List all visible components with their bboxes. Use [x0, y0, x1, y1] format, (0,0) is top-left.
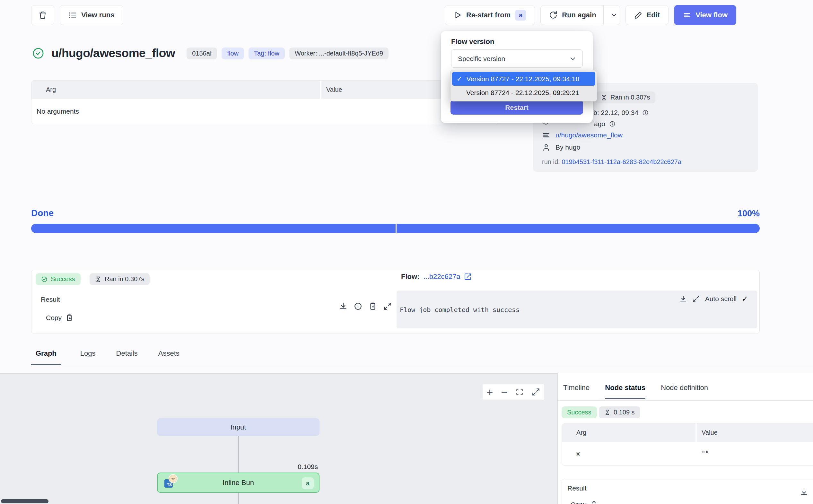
version-option-other[interactable]: Version 87724 - 22.12.2025, 09:29:21	[452, 86, 595, 100]
by-text: By hugo	[555, 143, 580, 151]
version-select[interactable]: Specific version	[451, 49, 583, 68]
download-icon[interactable]	[339, 302, 347, 310]
node-side-panel: Timeline Node status Node definition Suc…	[557, 373, 813, 504]
flow-run-link[interactable]: ...b22c627a	[423, 273, 460, 281]
title-badges: 0156af flow Tag: flow Worker: ...-defaul…	[187, 48, 389, 59]
flow-version-label: Flow version	[451, 38, 494, 46]
by-line: By hugo	[542, 143, 580, 152]
tag-badge: Tag: flow	[249, 48, 285, 59]
run-again-label: Run again	[562, 11, 596, 19]
run-again-dropdown[interactable]	[603, 5, 618, 25]
result-card: Success Ran in 0.307s Flow: ...b22c627a …	[31, 270, 760, 334]
version-option-other-label: Version 87724 - 22.12.2025, 09:29:21	[466, 89, 579, 97]
graph-edge	[238, 493, 239, 504]
version-select-value: Specific version	[458, 55, 505, 63]
tab-assets[interactable]: Assets	[157, 349, 181, 365]
arg-column-header: Arg	[31, 81, 321, 99]
worker-badge: Worker: ...-default-ft8q5-JYEd9	[289, 48, 389, 59]
flow-lines-icon	[683, 11, 691, 19]
expand-icon[interactable]	[383, 302, 392, 310]
main-tabs: Graph Logs Details Assets	[31, 349, 181, 365]
run-id-label: run id:	[542, 158, 560, 165]
edit-button[interactable]: Edit	[625, 5, 669, 25]
log-actions: Auto scroll ✓	[679, 294, 748, 303]
duration-badge-label: Ran in 0.307s	[105, 275, 144, 283]
check-circle-icon	[41, 276, 48, 282]
run-again-button[interactable]: Run again	[540, 5, 620, 25]
chevron-down-icon	[610, 11, 618, 19]
flow-path-link[interactable]: u/hugo/awesome_flow	[555, 131, 623, 139]
refresh-icon	[549, 11, 557, 19]
tab-graph[interactable]: Graph	[31, 349, 61, 365]
restart-from-step-badge: a	[515, 10, 526, 21]
tab-timeline[interactable]: Timeline	[563, 384, 590, 399]
tab-node-definition[interactable]: Node definition	[661, 384, 708, 399]
page-title: u/hugo/awesome_flow	[51, 47, 175, 60]
zoom-in-icon[interactable]: +	[487, 387, 493, 397]
result-label: Result	[567, 484, 587, 492]
list-icon	[68, 11, 77, 19]
copy-label: Copy	[571, 501, 586, 504]
flow-label: Flow:	[401, 273, 419, 281]
download-icon[interactable]	[679, 295, 687, 303]
info-icon[interactable]	[354, 302, 362, 310]
node-args-header: Arg Value	[562, 423, 813, 442]
node-status-badge: Success	[562, 406, 597, 418]
view-flow-button[interactable]: View flow	[674, 5, 736, 25]
graph-node-inline-bun[interactable]: TS Inline Bun a	[157, 473, 319, 493]
restart-button[interactable]: Restart	[450, 100, 583, 115]
delete-run-button[interactable]	[31, 5, 54, 25]
tabs-divider	[31, 366, 813, 366]
side-panel-tabs: Timeline Node status Node definition	[563, 384, 708, 399]
hourglass-icon	[604, 409, 610, 415]
zoom-out-icon[interactable]: −	[501, 387, 507, 397]
progress-step-divider	[396, 224, 397, 233]
copy-result-button[interactable]: Copy	[571, 501, 598, 504]
kind-badge: flow	[222, 48, 244, 59]
flow-graph-canvas[interactable]: + − Input 0.109s TS Inline Bun a	[0, 373, 557, 504]
view-runs-button[interactable]: View runs	[60, 5, 123, 25]
tab-details[interactable]: Details	[115, 349, 139, 365]
graph-node-input[interactable]: Input	[157, 418, 319, 436]
auto-scroll-label[interactable]: Auto scroll	[705, 295, 737, 303]
progress-bar	[31, 224, 760, 233]
info-icon[interactable]	[642, 109, 649, 116]
restart-from-button[interactable]: Re-start from a	[445, 5, 535, 25]
trash-icon	[39, 11, 47, 19]
bun-icon	[169, 474, 178, 483]
fullscreen-icon[interactable]	[532, 388, 540, 396]
hash-badge: 0156af	[187, 48, 217, 59]
progress-percent: 100%	[738, 209, 760, 219]
step-id-badge: a	[302, 477, 314, 489]
info-icon[interactable]	[609, 121, 616, 127]
input-node-label: Input	[231, 423, 246, 431]
arg-value: ""	[697, 450, 813, 457]
version-option-selected[interactable]: ✓ Version 87727 - 22.12.2025, 09:34:18	[452, 72, 595, 86]
expand-icon[interactable]	[692, 295, 700, 303]
external-link-icon[interactable]	[464, 273, 472, 281]
started-line: b: 22.12, 09:34	[593, 109, 649, 117]
run-id-link[interactable]: 019b4531-f311-112a-6283-82e4b22c627a	[562, 158, 681, 165]
ran-in-badge: Ran in 0.307s	[595, 91, 655, 103]
clipboard-icon[interactable]	[369, 302, 377, 310]
copy-result-button[interactable]: Copy	[46, 314, 73, 322]
tab-node-status[interactable]: Node status	[605, 384, 645, 399]
clipboard-icon	[590, 501, 598, 504]
flow-version-popup: Flow version Specific version Restart ✓ …	[441, 31, 593, 123]
value-column-header: Value	[697, 423, 813, 442]
title-row: u/hugo/awesome_flow 0156af flow Tag: flo…	[32, 47, 389, 60]
flow-run-page: View runs Re-start from a Run again	[0, 0, 813, 504]
copy-label: Copy	[46, 314, 62, 322]
log-text: Flow job completed with success	[400, 306, 520, 314]
horizontal-scrollbar[interactable]	[1, 499, 48, 503]
check-icon[interactable]: ✓	[742, 294, 748, 303]
ran-in-text: Ran in 0.307s	[610, 94, 650, 101]
download-icon[interactable]	[800, 489, 808, 496]
fit-view-icon[interactable]	[515, 388, 524, 396]
tab-logs[interactable]: Logs	[79, 349, 97, 365]
graph-edge	[238, 436, 239, 473]
table-row[interactable]: x ""	[562, 442, 813, 465]
status-badge-label: Success	[51, 275, 75, 283]
hourglass-icon	[601, 94, 607, 101]
restart-from-label: Re-start from	[466, 11, 511, 19]
